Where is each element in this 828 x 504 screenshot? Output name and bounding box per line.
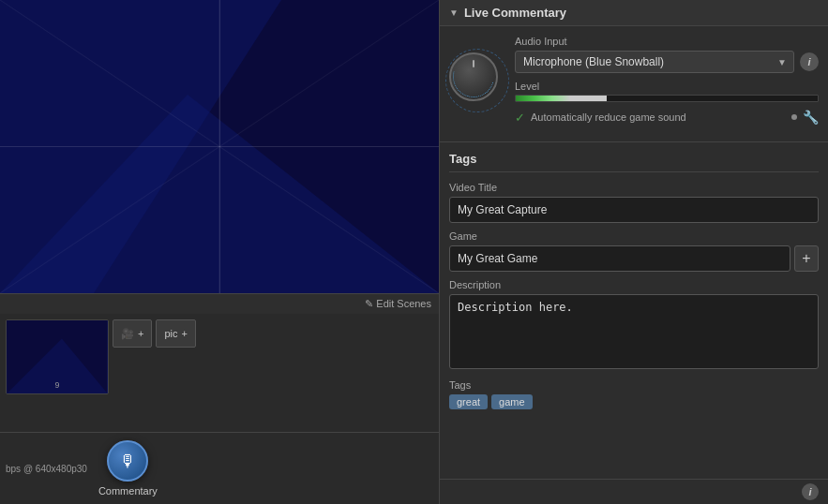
wrench-button[interactable]: 🔧 — [803, 110, 819, 125]
bottom-controls: bps @ 640x480p30 🎙 Commentary — [0, 432, 439, 504]
bottom-info-row: i — [440, 479, 828, 504]
knob-area — [449, 52, 505, 109]
description-textarea[interactable]: Description here. — [449, 294, 819, 369]
mic-section: 🎙 Commentary — [98, 440, 158, 497]
live-commentary-title: Live Commentary — [464, 6, 566, 20]
commentary-label: Commentary — [98, 485, 158, 497]
live-commentary-content: Audio Input Microphone (Blue Snowball) ▼… — [440, 26, 828, 142]
live-commentary-header: ▼ Live Commentary — [440, 0, 828, 26]
left-panel: ✎ Edit Scenes 9 � — [0, 0, 439, 504]
game-select[interactable]: My Great Game — [449, 245, 790, 272]
edit-scenes-button[interactable]: ✎ Edit Scenes — [365, 298, 431, 310]
video-title-label: Video Title — [449, 182, 819, 193]
mic-select-wrapper: Microphone (Blue Snowball) ▼ — [515, 51, 794, 73]
source-pic-add: + — [182, 328, 188, 339]
audio-info-button[interactable]: i — [800, 52, 819, 71]
auto-reduce-checkbox[interactable]: ✓ — [515, 111, 525, 125]
game-row: My Great Game + — [449, 245, 819, 272]
tags-section-title: Tags — [449, 152, 819, 172]
level-knob-container[interactable] — [449, 52, 505, 109]
preview-background — [0, 0, 439, 293]
source-pic-label: pic — [164, 328, 177, 339]
tag-game[interactable]: game — [491, 394, 533, 409]
auto-reduce-row: ✓ Automatically reduce game sound 🔧 — [515, 110, 819, 125]
bit-rate-info: bps @ 640x480p30 — [6, 464, 87, 474]
scene-preview: 9 — [7, 320, 108, 393]
tags-info-button[interactable]: i — [802, 483, 819, 500]
right-panel: ▼ Live Commentary Audio — [439, 0, 828, 504]
bottom-bar: ✎ Edit Scenes 9 � — [0, 293, 439, 504]
tags-label: Tags — [449, 379, 819, 391]
level-fill — [516, 96, 607, 101]
sources-area: 🎥 + pic + — [113, 319, 196, 426]
tag-great[interactable]: great — [449, 394, 488, 409]
level-bar — [515, 95, 819, 102]
audio-input-row: Audio Input Microphone (Blue Snowball) ▼… — [449, 36, 819, 125]
tags-section: Tags Video Title Game My Great Game + De… — [440, 142, 828, 479]
edit-scenes-bar: ✎ Edit Scenes — [0, 293, 439, 314]
scenes-sources-row: 9 🎥 + pic + — [0, 314, 439, 432]
dot-indicator — [791, 114, 797, 120]
level-knob[interactable] — [449, 52, 498, 101]
auto-reduce-label: Automatically reduce game sound — [531, 111, 786, 123]
game-select-wrap: My Great Game — [449, 245, 790, 272]
svg-text:9: 9 — [55, 380, 60, 390]
mic-select[interactable]: Microphone (Blue Snowball) — [515, 51, 794, 73]
audio-select-row: Microphone (Blue Snowball) ▼ i — [515, 51, 819, 73]
picture-source-button[interactable]: pic + — [156, 319, 196, 348]
game-label: Game — [449, 230, 819, 242]
video-title-input[interactable] — [449, 197, 819, 223]
audio-controls: Audio Input Microphone (Blue Snowball) ▼… — [515, 36, 819, 125]
camera-source-add: + — [138, 328, 143, 339]
game-add-button[interactable]: + — [794, 245, 819, 272]
scene-box[interactable]: 9 — [6, 319, 109, 394]
description-label: Description — [449, 279, 819, 290]
collapse-icon[interactable]: ▼ — [449, 7, 459, 18]
level-label: Level — [515, 81, 819, 92]
audio-input-label: Audio Input — [515, 36, 819, 47]
mic-icon: 🎙 — [119, 452, 136, 471]
camera-source-button[interactable]: 🎥 + — [113, 319, 152, 348]
mic-button[interactable]: 🎙 — [107, 440, 148, 482]
tags-input-area: great game — [449, 394, 819, 409]
preview-area — [0, 0, 439, 293]
camera-icon: 🎥 — [121, 328, 134, 340]
